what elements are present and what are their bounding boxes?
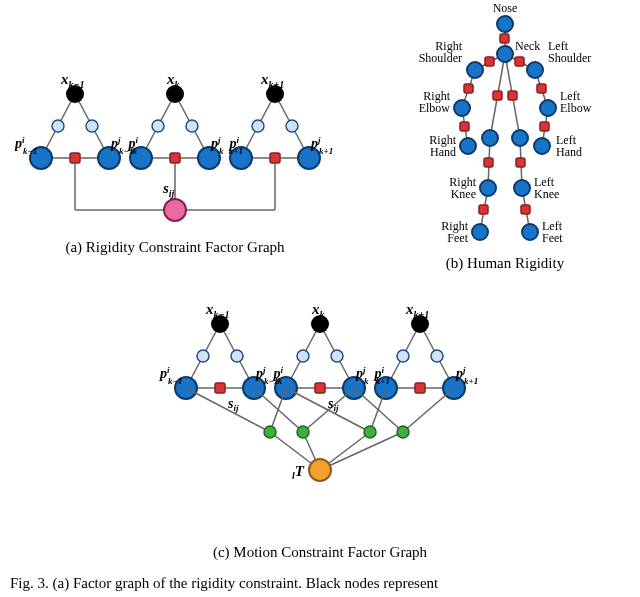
r-knee-label: RightKnee (449, 175, 476, 201)
cluster-k (130, 85, 220, 169)
joint-r-hand (460, 138, 476, 154)
caption-b: (b) Human Rigidity (400, 255, 610, 272)
l-knee-label: LeftKnee (534, 175, 559, 201)
odom-factor (297, 350, 309, 362)
joint-nose (497, 16, 513, 32)
l-elbow-label: LeftElbow (560, 89, 592, 115)
odom-factor (331, 350, 343, 362)
svg-rect-32 (460, 122, 469, 131)
rigidity-factor (70, 153, 80, 163)
joint-l-hip (512, 130, 528, 146)
rigidity-factor (215, 383, 225, 393)
joint-r-hip (482, 130, 498, 146)
r-feet-label: RightFeet (441, 219, 468, 245)
cluster-km1 (175, 315, 265, 399)
svg-rect-35 (508, 91, 517, 100)
odom-factor (186, 120, 198, 132)
odom-factor (197, 350, 209, 362)
human-rigidity-graph: Nose Neck RightShoulder LeftShoulder Rig… (380, 0, 630, 255)
l-feet-label: LeftFeet (542, 219, 563, 245)
neck-label: Neck (515, 39, 540, 53)
motion-node (309, 459, 331, 481)
svg-rect-31 (537, 84, 546, 93)
svg-rect-39 (521, 205, 530, 214)
svg-rect-34 (493, 91, 502, 100)
rigidity-factor (170, 153, 180, 163)
motion-factor (264, 426, 276, 438)
joint-l-hand (534, 138, 550, 154)
r-elbow-label: RightElbow (419, 89, 451, 115)
svg-line-56 (403, 388, 454, 432)
joint-l-elbow (540, 100, 556, 116)
p-label: pik+1 (228, 135, 243, 156)
l-shoulder-label: LeftShoulder (548, 39, 591, 65)
odom-factor (152, 120, 164, 132)
joint-r-feet (472, 224, 488, 240)
svg-rect-37 (516, 158, 525, 167)
joint-r-elbow (454, 100, 470, 116)
odom-factor (286, 120, 298, 132)
r-hand-label: RightHand (429, 133, 456, 159)
s-label: sij (162, 180, 175, 199)
cluster-kp1 (230, 85, 320, 169)
joint-l-shoulder (527, 62, 543, 78)
p-label: pik−1 (159, 365, 182, 386)
lT-label: lT (292, 463, 305, 481)
s-label: sij (327, 396, 339, 413)
odom-factor (86, 120, 98, 132)
rigidity-factor (415, 383, 425, 393)
p-label: pik+1 (373, 365, 390, 386)
svg-rect-27 (500, 34, 509, 43)
motion-constraint-graph: xk−1 xk xk+1 pik−1 pjk−1 pik pjk pik+1 p… (140, 300, 500, 540)
joint-l-knee (514, 180, 530, 196)
joint-l-feet (522, 224, 538, 240)
x-label: xk−1 (60, 71, 85, 90)
x-label: xk+1 (260, 71, 284, 90)
x-label: xk−1 (205, 301, 230, 320)
cluster-k (275, 315, 365, 399)
cluster-kp1 (375, 315, 465, 399)
caption-a: (a) Rigidity Constraint Factor Graph (15, 239, 335, 256)
svg-rect-29 (515, 57, 524, 66)
odom-factor (52, 120, 64, 132)
s-label: sij (227, 396, 239, 413)
svg-rect-28 (485, 57, 494, 66)
rigidity-constraint-graph: xk−1 xk xk+1 pik−1 pjk−1 pik pjk pik+1 p… (15, 70, 355, 290)
joint-r-shoulder (467, 62, 483, 78)
nose-label: Nose (493, 1, 518, 15)
rigidity-factor (270, 153, 280, 163)
odom-factor (252, 120, 264, 132)
cluster-km1 (30, 85, 120, 169)
odom-factor (397, 350, 409, 362)
joint-neck (497, 46, 513, 62)
x-label: xk+1 (405, 301, 429, 320)
caption-c: (c) Motion Constraint Factor Graph (140, 544, 500, 561)
motion-factor (297, 426, 309, 438)
odom-factor (231, 350, 243, 362)
motion-factor (397, 426, 409, 438)
odom-factor (431, 350, 443, 362)
p-label: pik−1 (15, 135, 37, 156)
r-shoulder-label: RightShoulder (419, 39, 463, 65)
l-hand-label: LeftHand (556, 133, 582, 159)
cutoff-text: Fig. 3. (a) Factor graph of the rigidity… (0, 575, 640, 592)
svg-rect-38 (479, 205, 488, 214)
rigidity-factor (315, 383, 325, 393)
svg-rect-30 (464, 84, 473, 93)
scale-node (164, 199, 186, 221)
motion-factor (364, 426, 376, 438)
svg-rect-36 (484, 158, 493, 167)
joint-r-knee (480, 180, 496, 196)
svg-rect-33 (540, 122, 549, 131)
